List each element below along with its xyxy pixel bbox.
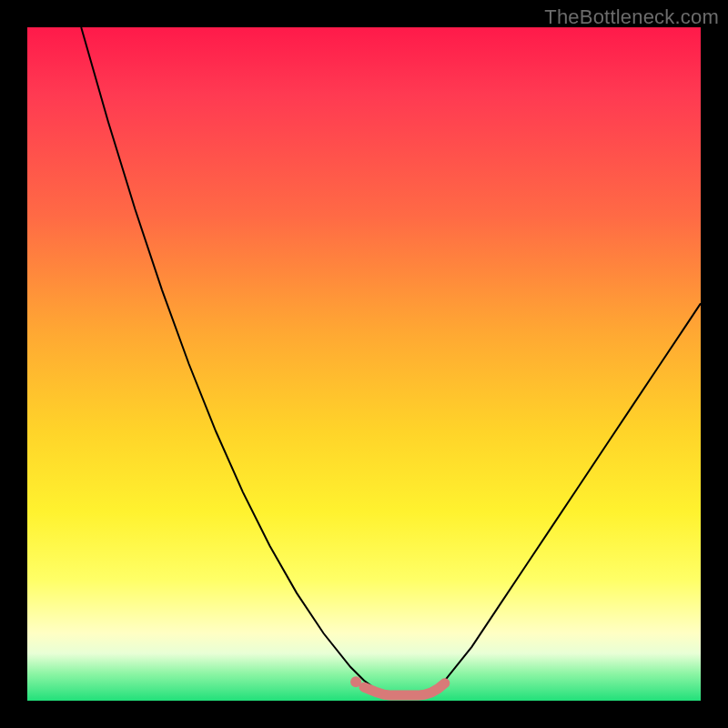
plot-area: [27, 27, 701, 701]
chart-frame: TheBottleneck.com: [0, 0, 728, 728]
optimal-range-band: [364, 683, 445, 695]
watermark-text: TheBottleneck.com: [544, 5, 719, 29]
optimal-range-markers: [350, 676, 445, 695]
curve-layer: [27, 27, 701, 701]
optimal-range-start-dot: [350, 676, 361, 687]
bottleneck-curve: [81, 27, 701, 694]
